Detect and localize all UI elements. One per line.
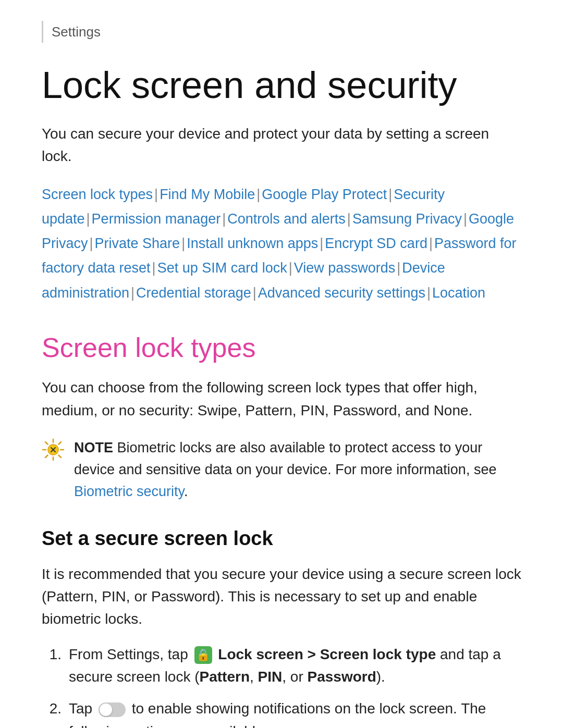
- note-label: NOTE: [74, 440, 113, 455]
- nav-link-location[interactable]: Location: [432, 285, 485, 301]
- toggle-icon: [99, 702, 126, 717]
- section-intro: You can choose from the following screen…: [42, 376, 521, 422]
- note-text: NOTE Biometric locks are also available …: [74, 437, 521, 503]
- nav-link-view-passwords[interactable]: View passwords: [294, 260, 396, 276]
- note-icon: [42, 438, 65, 467]
- svg-line-8: [45, 455, 48, 458]
- step-2: 2. Tap to enable showing notifications o…: [42, 697, 521, 728]
- svg-line-5: [45, 442, 48, 445]
- nav-link-credential-storage[interactable]: Credential storage: [136, 285, 251, 301]
- nav-link-setup-sim-card-lock[interactable]: Set up SIM card lock: [157, 260, 287, 276]
- nav-link-google-play-protect[interactable]: Google Play Protect: [262, 187, 387, 202]
- lock-screen-icon: [194, 646, 212, 664]
- nav-link-encrypt-sd-card[interactable]: Encrypt SD card: [325, 236, 427, 251]
- nav-link-screen-lock-types[interactable]: Screen lock types: [42, 187, 153, 202]
- nav-link-samsung-privacy[interactable]: Samsung Privacy: [352, 211, 462, 227]
- nav-links-container: Screen lock types|Find My Mobile|Google …: [42, 182, 521, 305]
- svg-line-6: [59, 455, 62, 458]
- subsection-title: Set a secure screen lock: [42, 524, 521, 553]
- page-title: Lock screen and security: [42, 64, 521, 107]
- subsection-intro: It is recommended that you secure your d…: [42, 563, 521, 631]
- nav-link-install-unknown-apps[interactable]: Install unknown apps: [187, 236, 318, 251]
- note-box: NOTE Biometric locks are also available …: [42, 437, 521, 503]
- nav-link-permission-manager[interactable]: Permission manager: [92, 211, 221, 227]
- intro-text: You can secure your device and protect y…: [42, 122, 521, 168]
- nav-link-advanced-security-settings[interactable]: Advanced security settings: [258, 285, 425, 301]
- nav-link-private-share[interactable]: Private Share: [95, 236, 180, 251]
- step-1: 1. From Settings, tap Lock screen > Scre…: [42, 643, 521, 688]
- breadcrumb: Settings: [42, 21, 521, 43]
- nav-link-controls-and-alerts[interactable]: Controls and alerts: [227, 211, 346, 227]
- steps-list: 1. From Settings, tap Lock screen > Scre…: [42, 643, 521, 728]
- biometric-security-link[interactable]: Biometric security: [74, 484, 184, 499]
- breadcrumb-text: Settings: [52, 24, 101, 40]
- section-title: Screen lock types: [42, 331, 521, 364]
- svg-line-7: [59, 442, 62, 445]
- nav-link-find-my-mobile[interactable]: Find My Mobile: [160, 187, 255, 202]
